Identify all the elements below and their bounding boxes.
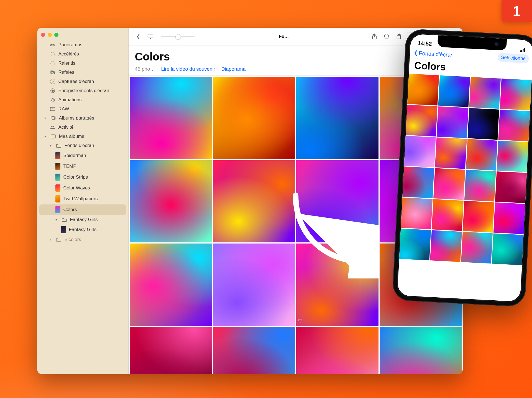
sidebar-item-rafales[interactable]: Rafales [39,68,126,77]
sidebar-list: PanoramasAccélérésRalentisRafalesCapture… [37,40,128,244]
photo-thumbnail[interactable] [130,77,212,159]
sidebar-item-captures-d-cran[interactable]: Captures d'écran [39,77,126,86]
photo-thumbnail[interactable] [213,244,295,326]
share-button[interactable] [369,32,380,41]
favorite-button[interactable] [381,32,392,41]
folder-icon [56,237,62,242]
sidebar-album-fantasy-girls[interactable]: Fantasy Girls [39,224,126,235]
sidebar-item-ralentis[interactable]: Ralentis [39,59,126,68]
photo-thumbnail[interactable] [464,170,496,201]
photo-thumbnail[interactable] [469,77,501,108]
photo-thumbnail[interactable] [435,137,467,169]
photo-thumbnail[interactable] [213,77,295,159]
photo-thumbnail[interactable] [495,171,527,203]
photo-thumbnail[interactable] [433,168,465,200]
photo-thumbnail[interactable] [406,105,437,136]
svg-rect-16 [397,35,401,39]
photo-thumbnail[interactable] [401,197,432,229]
memory-video-link[interactable]: Lire la vidéo du souvenir [161,66,215,72]
close-window-button[interactable] [41,33,45,37]
photo-thumbnail[interactable] [380,327,462,374]
photo-thumbnail[interactable] [130,244,212,326]
sidebar-item-panoramas[interactable]: Panoramas [39,40,126,49]
signal-icon [520,48,526,52]
photo-thumbnail[interactable] [467,108,499,140]
sidebar-item-acc-l-r-s[interactable]: Accélérés [39,50,126,59]
sidebar-album-spiderman[interactable]: Spiderman [39,150,126,161]
toolbar-title: Fo… [279,34,289,39]
slowmo-icon [50,61,55,65]
photo-thumbnail[interactable]: ♡ [296,244,378,326]
rotate-button[interactable] [393,32,404,41]
album-thumbnail-icon [55,195,60,202]
photo-thumbnail[interactable] [438,75,470,107]
album-thumbnail-icon [55,174,60,181]
photo-thumbnail[interactable] [498,110,530,141]
sidebar-album-label: Spiderman [63,153,86,158]
sidebar-folder-label: Bicolors [64,237,81,242]
panorama-icon [50,43,55,47]
sidebar-item-activity[interactable]: Activité [39,123,126,132]
zoom-slider[interactable] [161,36,195,37]
sidebar-album-label: Fantasy Girls [69,227,96,232]
photo-thumbnail[interactable] [430,230,462,262]
svg-rect-21 [524,48,525,52]
back-button[interactable] [133,32,144,41]
chevron-down-icon: ▾ [44,116,48,120]
sidebar-item-animations[interactable]: Animations [39,95,126,104]
photo-thumbnail[interactable] [130,327,212,374]
aspect-button[interactable] [145,32,156,41]
chevron-left-icon [414,50,418,56]
status-time: 14:52 [418,40,432,47]
photo-thumbnail[interactable] [213,160,295,243]
photo-thumbnail[interactable] [461,232,493,263]
sidebar-item-label: RAW [58,106,69,112]
photo-thumbnail[interactable] [296,160,378,243]
sidebar-album-colors[interactable]: Colors [39,204,126,215]
sidebar-section-shared[interactable]: ▾ Albums partagés [39,114,126,123]
camera-icon [495,42,498,46]
photo-thumbnail[interactable] [437,106,468,138]
album-thumbnail-icon [55,163,60,170]
sidebar-album-color-strips[interactable]: Color Strips [39,172,126,182]
animation-icon [50,98,55,102]
sidebar-folder-fantasy[interactable]: ▾ Fantasy Girls [39,215,126,224]
sidebar-item-raw[interactable]: RRAW [39,105,126,113]
photo-thumbnail[interactable] [296,327,378,374]
sidebar-folder-bicolors[interactable]: ▸ Bicolors [39,235,126,244]
back-label: Fonds d'écran [419,50,454,58]
sidebar-item-label: Ralentis [58,60,75,66]
photo-thumbnail[interactable] [432,199,463,231]
svg-text:R: R [52,108,53,110]
photo-thumbnail[interactable] [493,202,525,234]
photo-thumbnail[interactable] [213,327,295,374]
phone-photo-grid [399,74,532,265]
sidebar-album-temp[interactable]: TEMP [39,161,126,172]
photo-thumbnail[interactable] [500,78,532,110]
fullscreen-window-button[interactable] [54,33,58,37]
sidebar-album-twirl-wallpapers[interactable]: Twirl Wallpapers [39,194,126,204]
select-button[interactable]: Sélectionne [497,53,529,63]
minimize-window-button[interactable] [48,33,52,37]
timelapse-icon [50,52,55,56]
photo-thumbnail[interactable] [497,140,528,172]
photo-thumbnail[interactable] [404,136,436,167]
photo-thumbnail[interactable] [466,139,497,171]
sidebar-album-color-waves[interactable]: Color Waves [39,183,126,193]
svg-rect-2 [50,71,54,73]
photo-thumbnail[interactable] [492,233,523,265]
photo-thumbnail[interactable] [296,77,378,159]
back-button[interactable]: Fonds d'écran [414,50,454,58]
slideshow-link[interactable]: Diaporama [221,66,246,72]
sidebar-item-enregistrements-d-cran[interactable]: Enregistrements d'écran [39,86,126,95]
photo-thumbnail[interactable] [130,160,212,243]
sidebar-item-label: Activité [58,125,73,130]
sidebar-album-label: TEMP [63,164,76,169]
photo-thumbnail[interactable] [463,201,494,232]
shared-albums-icon [50,116,56,120]
sidebar-section-my-albums[interactable]: ▾ Mes albums [39,132,126,141]
photo-thumbnail[interactable] [407,74,439,105]
photo-thumbnail[interactable] [402,166,434,198]
photo-thumbnail[interactable] [399,229,431,260]
sidebar-folder-wallpapers[interactable]: ▾ Fonds d'écran [39,141,126,150]
